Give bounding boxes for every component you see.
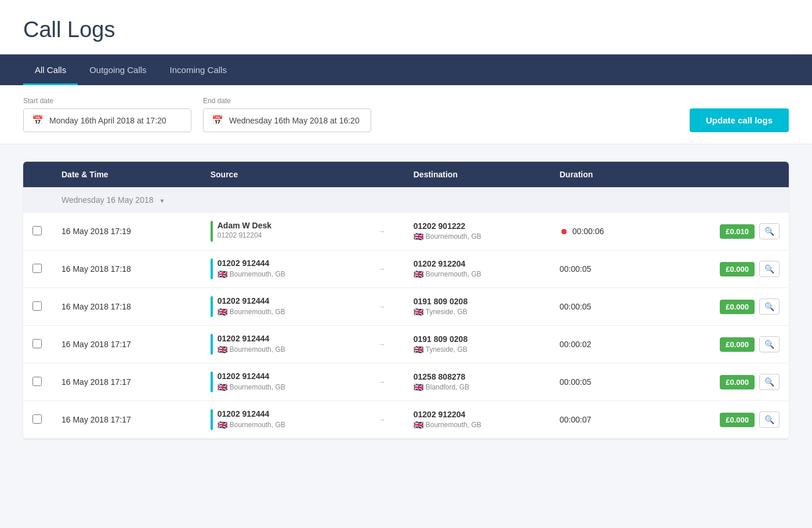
source-location: 🇬🇧Bournemouth, GB (217, 345, 285, 354)
source-bar (211, 296, 213, 317)
source-number: 01202 912444 (217, 296, 285, 305)
end-date-label: End date (203, 97, 371, 105)
row-checkbox[interactable] (32, 414, 42, 424)
source-cell: 01202 912444 🇬🇧Bournemouth, GB (201, 250, 359, 288)
dest-location: 🇬🇧 Bournemouth, GB (414, 232, 541, 241)
table-row: 16 May 2018 17:17 01202 912444 🇬🇧Bournem… (23, 363, 789, 401)
tab-outgoing-calls[interactable]: Outgoing Calls (78, 54, 158, 85)
destination-cell: 0191 809 0208 🇬🇧 Tyneside, GB (404, 326, 550, 363)
source-bar (211, 409, 213, 430)
dest-flag-icon: 🇬🇧 (414, 383, 423, 392)
group-label: Wednesday 16 May 2018 (61, 195, 154, 205)
datetime-cell: 16 May 2018 17:18 (52, 250, 201, 288)
cost-badge: £0.000 (720, 337, 755, 352)
start-date-input[interactable]: 📅 Monday 16th April 2018 at 17:20 (23, 108, 191, 132)
cost-badge: £0.000 (720, 262, 755, 276)
flag-icon: 🇬🇧 (217, 420, 227, 429)
duration-text: 00:00:05 (560, 377, 592, 387)
checkbox-cell (23, 250, 52, 288)
start-date-group: Start date 📅 Monday 16th April 2018 at 1… (23, 97, 191, 132)
table-row: 16 May 2018 17:18 01202 912444 🇬🇧Bournem… (23, 250, 789, 288)
filters-section: Start date 📅 Monday 16th April 2018 at 1… (0, 85, 812, 144)
col-destination: Destination (404, 162, 550, 187)
row-checkbox[interactable] (32, 226, 42, 235)
search-button[interactable]: 🔍 (759, 374, 780, 390)
checkbox-cell (23, 288, 52, 326)
page-header: Call Logs (0, 0, 812, 54)
search-button[interactable]: 🔍 (759, 412, 780, 428)
datetime-cell: 16 May 2018 17:18 (52, 288, 201, 326)
update-call-logs-button[interactable]: Update call logs (690, 108, 789, 132)
source-name: Adam W Desk (217, 221, 271, 230)
col-source: Source (201, 162, 359, 187)
destination-cell: 01258 808278 🇬🇧 Blandford, GB (404, 363, 550, 401)
dest-number: 0191 809 0208 (414, 297, 541, 306)
dest-number: 01258 808278 (414, 372, 541, 381)
end-date-input[interactable]: 📅 Wednesday 16th May 2018 at 16:20 (203, 108, 371, 132)
source-cell: 01202 912444 🇬🇧Bournemouth, GB (201, 401, 359, 439)
dest-flag-icon: 🇬🇧 (414, 232, 423, 241)
source-number: 01202 912444 (217, 258, 285, 268)
dest-number: 01202 901222 (414, 221, 541, 231)
duration-text: 00:00:06 (572, 227, 604, 236)
cost-badge: £0.010 (720, 224, 755, 239)
source-info: 01202 912444 🇬🇧Bournemouth, GB (217, 258, 285, 279)
table-row: 16 May 2018 17:17 01202 912444 🇬🇧Bournem… (23, 401, 789, 439)
dest-flag-icon: 🇬🇧 (414, 307, 423, 316)
source-info: 01202 912444 🇬🇧Bournemouth, GB (217, 372, 285, 392)
dest-location: 🇬🇧 Bournemouth, GB (414, 270, 541, 279)
dest-location: 🇬🇧 Blandford, GB (414, 383, 541, 392)
datetime-cell: 16 May 2018 17:17 (52, 363, 201, 401)
source-location: 🇬🇧Bournemouth, GB (217, 420, 285, 429)
destination-cell: 01202 901222 🇬🇧 Bournemouth, GB (404, 213, 550, 250)
start-date-label: Start date (23, 97, 191, 105)
flag-icon: 🇬🇧 (217, 270, 227, 279)
search-button[interactable]: 🔍 (759, 223, 780, 239)
calendar-icon: 📅 (32, 115, 44, 126)
start-date-value: Monday 16th April 2018 at 17:20 (49, 116, 166, 125)
actions-cell: £0.000 🔍 (657, 401, 789, 439)
chevron-down-icon: ▼ (159, 198, 165, 204)
search-button[interactable]: 🔍 (759, 336, 780, 352)
arrow-cell: → (359, 288, 404, 326)
source-number: 01202 912444 (217, 372, 285, 381)
arrow-cell: → (359, 401, 404, 439)
duration-text: 00:00:02 (560, 340, 592, 349)
actions-cell: £0.000 🔍 (657, 363, 789, 401)
row-checkbox[interactable] (32, 301, 42, 311)
calendar-icon-2: 📅 (212, 115, 223, 126)
source-info: Adam W Desk 01202 912204 (217, 221, 271, 239)
duration-cell: 00:00:07 (550, 401, 657, 439)
duration-cell: 00:00:05 (550, 250, 657, 288)
destination-cell: 01202 912204 🇬🇧 Bournemouth, GB (404, 250, 550, 288)
duration-cell: 00:00:05 (550, 288, 657, 326)
dest-location: 🇬🇧 Tyneside, GB (414, 345, 541, 354)
dest-flag-icon: 🇬🇧 (414, 270, 423, 279)
col-datetime: Date & Time (52, 162, 201, 187)
row-checkbox[interactable] (32, 339, 42, 348)
checkbox-cell (23, 363, 52, 401)
source-location: 🇬🇧Bournemouth, GB (217, 307, 285, 316)
search-button[interactable]: 🔍 (759, 261, 780, 277)
duration-text: 00:00:07 (560, 415, 592, 424)
arrow-cell: → (359, 326, 404, 363)
row-checkbox[interactable] (32, 264, 42, 273)
search-button[interactable]: 🔍 (759, 298, 780, 315)
tab-bar: All Calls Outgoing Calls Incoming Calls (0, 54, 812, 85)
actions-cell: £0.000 🔍 (657, 250, 789, 288)
source-cell: Adam W Desk 01202 912204 (201, 213, 359, 250)
flag-icon: 🇬🇧 (217, 307, 227, 316)
actions-cell: £0.010 🔍 (657, 213, 789, 250)
source-bar (211, 221, 213, 242)
tab-all-calls[interactable]: All Calls (23, 54, 78, 85)
destination-cell: 01202 912204 🇬🇧 Bournemouth, GB (404, 401, 550, 439)
datetime-cell: 16 May 2018 17:19 (52, 213, 201, 250)
tab-incoming-calls[interactable]: Incoming Calls (158, 54, 238, 85)
datetime-cell: 16 May 2018 17:17 (52, 326, 201, 363)
actions-cell: £0.000 🔍 (657, 288, 789, 326)
source-number: 01202 912444 (217, 334, 285, 343)
arrow-cell: → (359, 213, 404, 250)
dest-location: 🇬🇧 Bournemouth, GB (414, 420, 541, 429)
duration-text: 00:00:05 (560, 302, 592, 311)
row-checkbox[interactable] (32, 377, 42, 386)
